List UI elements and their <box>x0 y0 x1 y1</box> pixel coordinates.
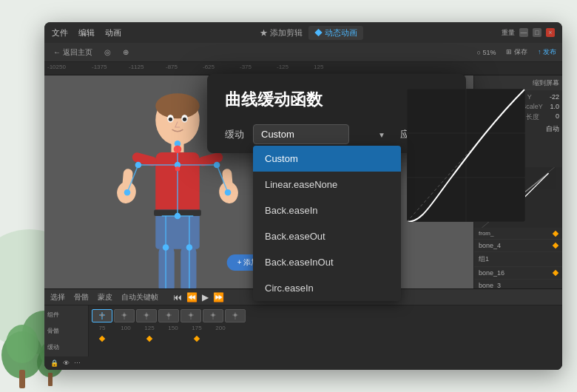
dropdown-menu: Custom Linear.easeNone Back.easeIn Back.… <box>253 146 401 301</box>
svg-point-1 <box>6 325 38 363</box>
frame-thumb-3[interactable] <box>136 309 157 322</box>
bone-4-label: bone_4 <box>479 242 501 249</box>
frame-thumb-5[interactable] <box>180 309 201 322</box>
bottom-toolbar: 🔒 👁 ⋯ <box>44 356 562 370</box>
menu-file[interactable]: 文件 <box>52 27 68 38</box>
tab-select[interactable]: 选择 <box>50 292 65 303</box>
svg-point-41 <box>186 244 193 251</box>
fit-screen-btn[interactable]: 缩到屏幕 <box>533 78 559 88</box>
frame-thumb-6[interactable] <box>203 309 223 322</box>
eye-icon[interactable]: 👁 <box>63 359 70 367</box>
frame-thumb-1[interactable] <box>92 309 112 322</box>
tool-circle[interactable]: ◎ <box>101 47 114 58</box>
playback-controls: ⏮ ⏪ ▶ ⏩ <box>173 292 224 303</box>
svg-point-37 <box>124 189 131 196</box>
menu-edit[interactable]: 编辑 <box>78 27 95 38</box>
bone-item-3[interactable]: bone_3 <box>474 280 562 288</box>
frame-thumb-4[interactable] <box>158 309 179 322</box>
bone-from-label: from_ <box>479 230 493 237</box>
bone-from-keyframe <box>553 230 559 236</box>
bone-item-4[interactable]: bone_4 <box>474 240 562 252</box>
ruler-mark: 125 <box>314 64 323 70</box>
frame-row-1 <box>92 308 559 323</box>
window-controls: 重量 — □ × <box>502 28 555 38</box>
step-forward-button[interactable]: ⏩ <box>213 292 224 303</box>
svg-point-12 <box>183 118 186 121</box>
length-label: 长度 <box>526 112 539 122</box>
easing-dialog: 曲线缓动函数 缓动 Custom ▼ Custom Linear.easeNon… <box>207 74 466 153</box>
easing-select-wrapper: Custom ▼ Custom Linear.easeNone Back.eas… <box>253 124 391 144</box>
svg-point-62 <box>189 314 192 317</box>
fit-button[interactable]: ⊞ 保存 <box>506 47 527 57</box>
svg-rect-23 <box>180 246 196 288</box>
tab-skin[interactable]: 蒙皮 <box>98 292 112 303</box>
svg-point-11 <box>169 118 172 121</box>
y-label: Y <box>527 93 532 101</box>
rewind-button[interactable]: ⏮ <box>173 292 182 303</box>
ruler-mark: -125 <box>277 64 288 70</box>
ruler-mark: -625 <box>203 64 215 70</box>
frame-num: 75 <box>92 325 112 331</box>
easing-select[interactable]: Custom <box>253 124 349 144</box>
tab-bone[interactable]: 骨骼 <box>74 292 89 303</box>
bone-3-label: bone_3 <box>479 282 501 288</box>
ruler-mark: -375 <box>240 64 252 70</box>
bone-4-keyframe <box>553 243 559 249</box>
timeline-frames: 75 100 125 150 175 200 <box>89 305 562 356</box>
bone-item-16[interactable]: bone_16 <box>474 267 562 280</box>
dropdown-item-back-inout[interactable]: Back.easeInOut <box>253 249 401 275</box>
easing-label: 缓动 <box>225 128 244 141</box>
dropdown-item-back-in[interactable]: Back.easeIn <box>253 197 401 223</box>
menu-animation[interactable]: 动画 <box>105 27 121 38</box>
svg-point-56 <box>145 314 148 317</box>
frame-num: 200 <box>210 325 231 331</box>
tool-add[interactable]: ⊕ <box>120 47 132 58</box>
group1-label: 组1 <box>479 254 489 264</box>
minimize-button[interactable]: — <box>519 28 528 37</box>
y-value: -22 <box>550 93 559 101</box>
scaley-value: 1.0 <box>550 103 559 110</box>
frame-thumb-7[interactable] <box>225 309 246 322</box>
panel-header: 缩到屏幕 <box>474 75 562 90</box>
dropdown-item-back-out[interactable]: Back.easeOut <box>253 223 401 249</box>
tab-auto-keyframe[interactable]: 自动关键帧 <box>121 292 158 303</box>
dropdown-item-custom[interactable]: Custom <box>253 146 401 172</box>
svg-point-7 <box>155 93 200 118</box>
svg-point-44 <box>174 145 182 153</box>
svg-rect-5 <box>48 373 53 386</box>
lock-icon[interactable]: 🔒 <box>50 359 58 367</box>
svg-point-68 <box>234 314 237 317</box>
ruler-mark: -1375 <box>92 64 107 70</box>
ruler-mark: -1125 <box>129 64 144 70</box>
play-button[interactable]: ▶ <box>202 292 209 303</box>
track-labels: 组件 骨骼 缓动 <box>44 305 89 356</box>
zoom-level: 重量 <box>502 28 515 38</box>
menu-bar: 文件 编辑 动画 <box>52 27 121 38</box>
track-label: 缓动 <box>47 343 85 351</box>
maximize-button[interactable]: □ <box>533 28 541 37</box>
tab-active[interactable]: ◆ 动态动画 <box>308 26 363 40</box>
publish-button[interactable]: ↑ 发布 <box>538 47 556 57</box>
bone-16-keyframe <box>553 270 559 276</box>
frame-thumb-2[interactable] <box>114 309 135 322</box>
svg-rect-2 <box>19 370 25 388</box>
back-button[interactable]: ← 返回主页 <box>50 46 95 59</box>
tab-add[interactable]: ★ 添加剪辑 <box>260 27 303 38</box>
chevron-down-icon: ▼ <box>378 130 385 138</box>
dropdown-item-linear[interactable]: Linear.easeNone <box>253 172 401 197</box>
step-back-button[interactable]: ⏪ <box>186 292 198 303</box>
zoom-percentage: ○ 51% <box>477 49 496 56</box>
dropdown-item-circ-in[interactable]: Circ.easeIn <box>253 275 401 301</box>
svg-point-45 <box>175 166 180 171</box>
svg-point-65 <box>212 314 215 317</box>
track-label: 骨骼 <box>47 327 85 335</box>
length-value: 0 <box>556 112 559 122</box>
bone-item-group1[interactable]: 组1 <box>474 252 562 267</box>
close-button[interactable]: × <box>546 28 555 37</box>
ruler-mark: -875 <box>166 64 178 70</box>
title-bar-center: ★ 添加剪辑 ◆ 动态动画 <box>260 26 363 40</box>
more-icon[interactable]: ⋯ <box>74 359 81 367</box>
track-label: 组件 <box>47 311 85 319</box>
toolbar: ← 返回主页 ◎ ⊕ ○ 51% ⊞ 保存 ↑ 发布 <box>44 43 562 62</box>
timeline-tracks: 组件 骨骼 缓动 <box>44 305 562 356</box>
